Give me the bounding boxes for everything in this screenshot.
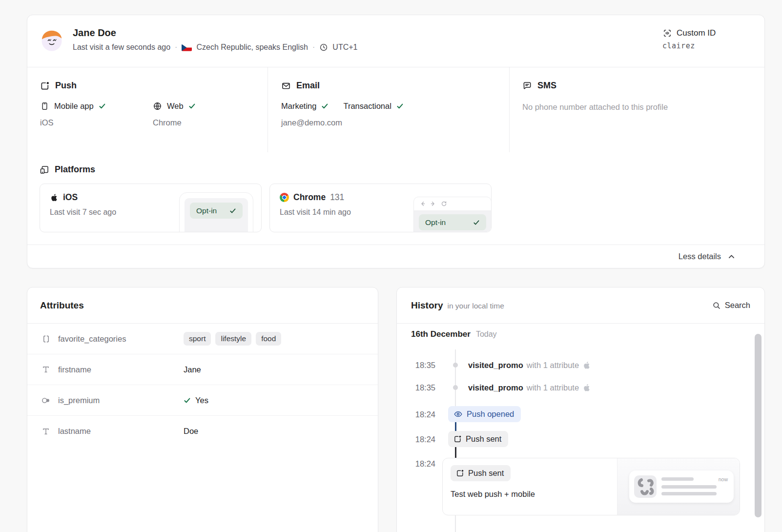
push-icon: [40, 81, 50, 91]
custom-id-label: Custom ID: [677, 28, 716, 38]
attribute-row: is_premium Yes: [27, 385, 378, 416]
placeholder-line: [661, 485, 717, 489]
attribute-key: lastname: [58, 427, 91, 436]
custom-id-block: Custom ID clairez: [662, 28, 716, 50]
history-subtitle: in your local time: [447, 302, 504, 310]
search-icon: [712, 301, 721, 310]
tag: food: [256, 332, 281, 346]
email-address: jane@demo.com: [281, 118, 509, 127]
history-event: 18:35 visited_promo with 1 attribute: [397, 357, 764, 373]
search-button[interactable]: Search: [712, 301, 750, 310]
platforms-section: Platforms iOS Last visit 7 sec ago: [40, 164, 752, 232]
apple-icon: [50, 193, 59, 202]
timeline-connector: [455, 447, 456, 458]
attribute-row: lastname Doe: [27, 416, 378, 447]
history-card: History in your local time Search 16th D…: [396, 287, 765, 532]
event-time: 18:35: [415, 383, 435, 392]
notification-image: [634, 475, 657, 498]
notification-preview-panel: now: [617, 458, 740, 515]
profile-card: Jane Doe Last visit a few seconds ago · …: [27, 15, 765, 268]
attribute-key: firstname: [58, 365, 91, 374]
sms-empty-text: No phone number attached to this profile: [522, 102, 764, 112]
attribute-key: favorite_categories: [58, 334, 126, 344]
scan-id-icon: [662, 28, 672, 38]
devices-icon: [40, 165, 49, 175]
mobile-icon: [40, 102, 49, 111]
event-suffix: with 1 attribute: [527, 361, 579, 370]
profile-name: Jane Doe: [73, 27, 116, 39]
sms-icon: [522, 81, 532, 91]
email-icon: [281, 81, 291, 91]
toast-time-label: now: [719, 476, 728, 482]
browser-mockup: Opt-in: [413, 197, 492, 232]
check-icon: [229, 207, 236, 214]
push-icon: [453, 435, 462, 443]
attribute-tags: sport lifestyle food: [184, 332, 281, 346]
event-suffix: with 1 attribute: [527, 383, 579, 392]
check-icon: [184, 397, 191, 404]
event-time: 18:35: [415, 361, 435, 370]
attributes-card: Attributes favorite_categories sport lif…: [27, 287, 378, 532]
history-event: 18:24 Push sent: [397, 431, 764, 447]
push-sent-event-card[interactable]: Push sent Test web push + mobile now: [442, 458, 740, 515]
avatar: [40, 28, 64, 53]
attribute-row: firstname Jane: [27, 354, 378, 385]
text-type-icon: [40, 365, 52, 374]
check-icon: [99, 102, 106, 110]
check-icon: [473, 219, 480, 226]
apple-icon: [582, 361, 591, 369]
attribute-value: Yes: [195, 396, 208, 405]
history-title: History: [411, 300, 443, 311]
platform-card-ios: iOS Last visit 7 sec ago Opt-in: [40, 184, 262, 232]
forward-arrow-icon: [430, 201, 436, 207]
history-event: 18:24 Push opened: [397, 406, 764, 422]
scrollbar-thumb[interactable]: [755, 334, 761, 517]
location-text: Czech Republic, speaks English: [196, 43, 308, 52]
event-time: 18:24: [415, 459, 435, 469]
check-icon: [188, 102, 196, 110]
reload-icon: [441, 201, 447, 207]
less-details-button[interactable]: Less details: [27, 245, 764, 268]
channels-section: Push Mobile app: [27, 67, 764, 152]
clock-icon: [319, 43, 328, 52]
timezone-text: UTC+1: [332, 43, 357, 52]
check-icon: [321, 102, 329, 110]
email-channel: Email Marketing Transactional jane@demo.…: [268, 67, 509, 152]
back-arrow-icon: [419, 201, 426, 207]
push-mobile-platform: iOS: [40, 118, 153, 127]
history-date-heading: 16th December Today: [411, 329, 497, 339]
notification-toast-mockup: now: [629, 471, 734, 503]
phone-mockup: Opt-in: [179, 192, 253, 232]
push-sent-badge: Push sent: [451, 465, 511, 481]
apple-icon: [582, 383, 591, 392]
text-type-icon: [40, 427, 52, 436]
attribute-key: is_premium: [58, 396, 100, 405]
attribute-row: favorite_categories sport lifestyle food: [27, 324, 378, 354]
eye-icon: [453, 409, 463, 419]
sms-channel: SMS No phone number attached to this pro…: [509, 67, 764, 152]
notification-title: Test web push + mobile: [451, 490, 609, 499]
push-sent-badge[interactable]: Push sent: [448, 431, 508, 447]
push-channel: Push Mobile app: [27, 67, 268, 152]
attributes-title: Attributes: [27, 287, 378, 324]
last-visit-text: Last visit a few seconds ago: [73, 43, 170, 52]
check-icon: [396, 102, 404, 110]
profile-meta: Last visit a few seconds ago · Czech Rep…: [73, 43, 357, 52]
browser-version: 131: [330, 192, 344, 203]
placeholder-line: [661, 492, 717, 495]
chevron-up-icon: [727, 252, 736, 261]
array-icon: [40, 334, 52, 344]
history-event: 18:35 visited_promo with 1 attribute: [397, 380, 764, 395]
push-opened-badge[interactable]: Push opened: [448, 406, 521, 422]
globe-icon: [153, 102, 162, 111]
attribute-value: Doe: [184, 427, 198, 436]
push-icon: [456, 469, 464, 477]
optin-badge: Opt-in: [190, 203, 243, 219]
timeline-dot: [453, 385, 458, 390]
event-name: visited_promo: [468, 361, 523, 370]
event-time: 18:24: [415, 409, 435, 419]
chrome-icon: [280, 193, 289, 202]
timeline-connector: [455, 422, 456, 431]
placeholder-line: [661, 477, 694, 481]
timeline-dot: [453, 363, 458, 368]
